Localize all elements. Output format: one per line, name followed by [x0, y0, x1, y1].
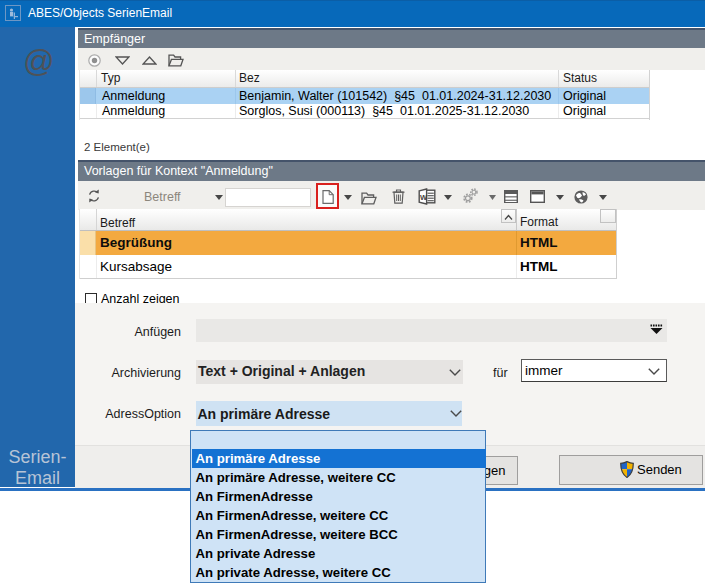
svg-text:W: W	[420, 192, 428, 201]
